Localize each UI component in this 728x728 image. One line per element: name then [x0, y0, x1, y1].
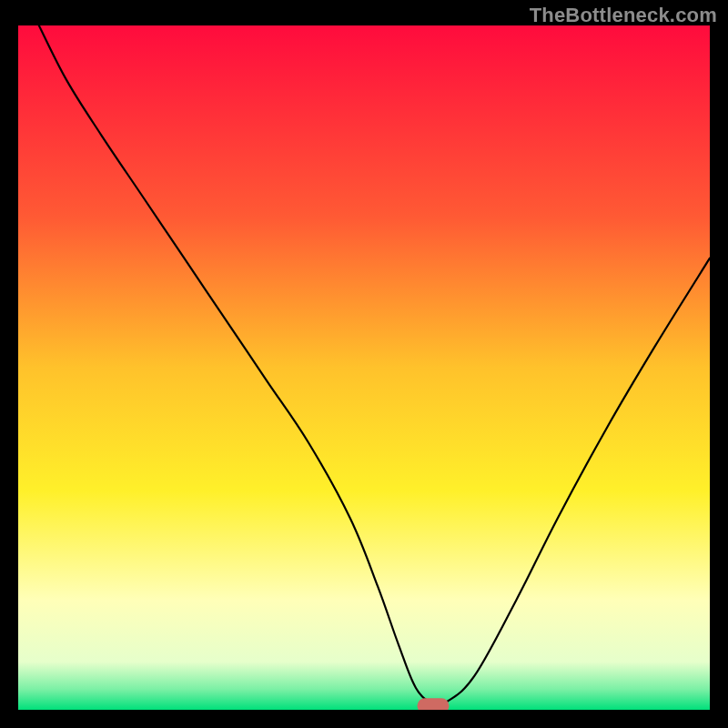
watermark-text: TheBottleneck.com: [530, 4, 717, 27]
plot-area: [18, 25, 710, 710]
plot-background: [18, 25, 710, 710]
optimal-point-marker: [418, 698, 450, 710]
chart-frame: TheBottleneck.com: [0, 0, 728, 728]
plot-svg: [18, 25, 710, 710]
